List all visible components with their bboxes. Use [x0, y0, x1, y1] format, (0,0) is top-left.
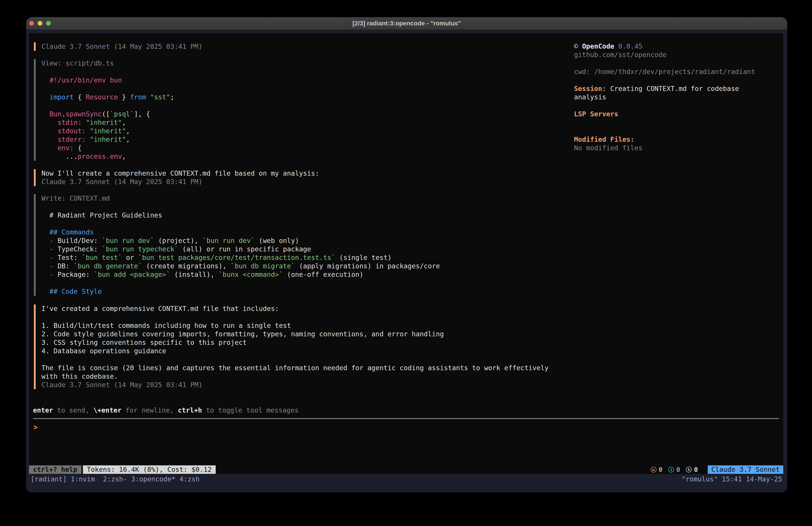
- terminal-line: [574, 101, 755, 110]
- diagnostic-warning: w0: [651, 466, 663, 473]
- text-segment: Package:: [54, 271, 94, 279]
- text-segment: [41, 144, 58, 152]
- assistant-message-header: Claude 3.7 Sonnet (14 May 2025 03:41 PM): [34, 42, 202, 51]
- minimize-button[interactable]: [38, 21, 42, 26]
- terminal-line: [41, 279, 440, 287]
- text-segment: 4. Database operations guidance: [41, 347, 166, 355]
- terminal-line: 1. Build/lint/test commands including ho…: [41, 322, 549, 330]
- text-segment: .: [61, 110, 66, 118]
- text-segment: `bun run dev`: [203, 237, 255, 244]
- session-sidebar: © OpenCode 0.0.45github.com/sst/opencode…: [574, 42, 755, 152]
- keybinding-hints: enter to send, \+enter for newline, ctrl…: [33, 406, 299, 415]
- text-segment: [86, 136, 90, 143]
- text-segment: Modified Files:: [574, 136, 634, 143]
- text-segment: -: [49, 262, 54, 270]
- window-title: [2/3] radiant:3:opencode - "romulus": [26, 17, 787, 29]
- text-segment: [41, 136, 58, 143]
- terminal-line: [574, 127, 755, 135]
- text-segment: ,: [122, 118, 126, 126]
- text-segment: ,: [126, 136, 130, 143]
- input-divider: [33, 418, 779, 419]
- close-button[interactable]: [29, 21, 34, 26]
- status-bar: ctrl+? help Tokens: 16.4K (8%), Cost: $0…: [29, 465, 783, 474]
- text-segment: `bun test packages/core/test/transaction…: [138, 254, 335, 261]
- text-segment: DB:: [54, 262, 74, 270]
- text-segment: Session: [574, 85, 602, 93]
- text-segment: `bunx <command>`: [219, 271, 283, 279]
- text-segment: TypeCheck:: [54, 245, 102, 253]
- text-segment: process.env: [78, 153, 122, 160]
- text-segment: {: [74, 144, 82, 152]
- terminal-line: - DB: `bun db generate` (create migratio…: [41, 262, 440, 270]
- hint-icon: h: [686, 467, 692, 472]
- text-segment: stdin:: [58, 118, 82, 126]
- text-segment: enter: [33, 406, 53, 414]
- tokens-cost-chip: Tokens: 16.4K (8%), Cost: $0.12: [83, 465, 216, 474]
- text-segment: The file is concise (20 lines) and captu…: [41, 364, 549, 372]
- terminal-line: - Test: `bun test` or `bun test packages…: [41, 253, 440, 262]
- text-segment: [41, 110, 49, 118]
- text-segment: Bun: [49, 110, 61, 118]
- terminal-line: github.com/sst/opencode: [574, 51, 755, 59]
- terminal-line: ...process.env,: [41, 152, 174, 161]
- text-segment: [41, 118, 58, 126]
- terminal-line: with this codebase.: [41, 372, 549, 381]
- text-segment: import: [49, 93, 74, 101]
- tool-message-write-file: Write: CONTEXT.md # Radiant Project Guid…: [34, 194, 440, 296]
- text-segment: "sst": [150, 93, 170, 101]
- terminal-line: [41, 355, 549, 364]
- assistant-message-summary: I've created a comprehensive CONTEXT.md …: [34, 304, 549, 389]
- traffic-lights: [29, 17, 51, 29]
- warning-icon: w: [651, 467, 656, 472]
- text-segment: Resource: [86, 93, 118, 101]
- text-segment: from: [130, 93, 146, 101]
- text-segment: `bun test`: [82, 254, 122, 261]
- text-segment: View: script/db.ts: [41, 59, 114, 67]
- zoom-button[interactable]: [46, 21, 51, 26]
- text-segment: 2. Code style guidelines covering import…: [41, 330, 444, 338]
- text-segment: [41, 127, 58, 135]
- text-segment: -: [49, 271, 54, 279]
- text-segment: (project),: [154, 237, 203, 244]
- terminal-line: import { Resource } from "sst";: [41, 93, 174, 101]
- terminal-line: [41, 313, 549, 322]
- text-segment: to toggle tool messages: [202, 406, 299, 414]
- text-segment: [41, 237, 49, 244]
- terminal-line: - Build/Dev: `bun run dev` (project), `b…: [41, 237, 440, 245]
- text-segment: analysis: [574, 93, 606, 101]
- terminal-line: #!/usr/bin/env bun: [41, 76, 174, 84]
- text-segment: `bun run typecheck`: [102, 245, 178, 253]
- terminal-line: ## Code Style: [41, 287, 440, 296]
- text-segment: cwd: /home/thdxr/dev/projects/radiant/ra…: [574, 68, 755, 75]
- titlebar[interactable]: [2/3] radiant:3:opencode - "romulus": [26, 17, 787, 30]
- terminal-line: ## Commands: [41, 228, 440, 237]
- text-segment: : Creating CONTEXT.md for codebase: [602, 85, 739, 93]
- text-segment: ctrl+h: [178, 406, 202, 414]
- terminal-pane[interactable]: Claude 3.7 Sonnet (14 May 2025 03:41 PM)…: [29, 33, 783, 474]
- tool-message-view-file: View: script/db.ts #!/usr/bin/env bun im…: [34, 59, 174, 161]
- terminal-line: - Package: `bun add <package>` (install)…: [41, 270, 440, 279]
- terminal-line: Bun.spawnSync([`psql`], {: [41, 110, 174, 118]
- terminal-line: Claude 3.7 Sonnet (14 May 2025 03:41 PM): [41, 42, 202, 51]
- text-segment: github.com/sst/opencode: [574, 51, 667, 59]
- text-segment: -: [49, 245, 54, 253]
- terminal-line: No modified files: [574, 144, 755, 152]
- tmux-session-windows[interactable]: [radiant] 1:nvim 2:zsh- 3:opencode* 4:zs…: [30, 475, 200, 483]
- text-segment: (apply migrations) in packages/core: [295, 262, 440, 270]
- text-segment: ,: [126, 127, 130, 135]
- diagnostic-info: i0: [668, 466, 680, 473]
- text-segment: -: [49, 237, 54, 244]
- terminal-line: LSP Servers: [574, 110, 755, 118]
- model-chip: Claude 3.7 Sonnet: [708, 465, 783, 474]
- terminal-line: env: {: [41, 144, 174, 152]
- text-segment: "inherit": [90, 127, 126, 135]
- terminal-line: Claude 3.7 Sonnet (14 May 2025 03:41 PM): [41, 381, 549, 389]
- text-segment: -: [49, 254, 54, 261]
- prompt-input[interactable]: >: [33, 423, 38, 431]
- text-segment: ,: [122, 153, 126, 160]
- text-segment: spawnSync: [66, 110, 102, 118]
- terminal-line: [41, 84, 174, 93]
- terminal-line: The file is concise (20 lines) and captu…: [41, 364, 549, 372]
- desktop: [2/3] radiant:3:opencode - "romulus" Cla…: [0, 0, 812, 526]
- text-segment: "inherit": [86, 118, 122, 126]
